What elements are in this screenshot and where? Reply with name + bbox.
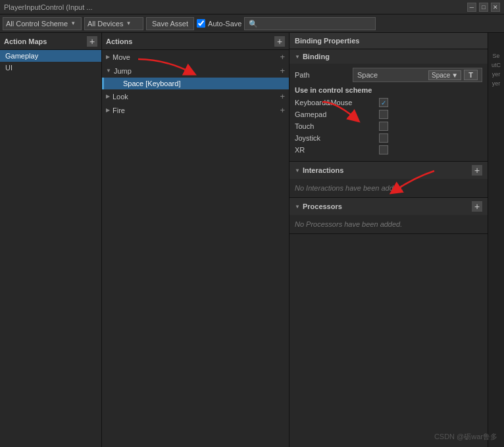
path-label: Path <box>295 71 347 79</box>
all-devices-arrow: ▼ <box>126 20 131 26</box>
toolbar: All Control Scheme ▼ All Devices ▼ Save … <box>0 14 504 33</box>
path-dropdown-label: Space <box>432 72 450 79</box>
watermark: CSDN @砺war鲁多 <box>434 432 497 442</box>
scheme-xr-row: XR <box>295 145 482 154</box>
action-maps-header: Action Maps + <box>0 33 101 50</box>
add-interaction-button[interactable]: + <box>472 165 482 176</box>
scheme-keyboard-mouse-checkbox[interactable] <box>379 98 388 107</box>
scheme-gamepad-checkbox[interactable] <box>379 110 388 119</box>
binding-space-label: Space [Keyboard] <box>118 80 180 87</box>
right-panel-label-1: Se <box>492 53 499 59</box>
action-jump-label: Jump <box>114 67 132 75</box>
action-map-ui[interactable]: UI <box>0 62 101 74</box>
action-look-label: Look <box>113 93 128 101</box>
interactions-section-arrow: ▼ <box>295 168 300 174</box>
scheme-xr-checkbox[interactable] <box>379 145 388 154</box>
processors-section: ▼ Processors + No Processors have been a… <box>290 198 488 234</box>
all-devices-dropdown[interactable]: All Devices ▼ <box>84 17 143 30</box>
action-maps-title: Action Maps <box>4 37 47 45</box>
path-dropdown-btn[interactable]: Space ▼ <box>428 70 461 80</box>
look-triangle: ▶ <box>106 93 110 99</box>
interactions-section-title: Interactions <box>303 166 343 174</box>
action-move-add[interactable]: + <box>280 52 285 62</box>
path-row: Path Space Space ▼ T <box>295 68 482 82</box>
binding-bar <box>102 78 104 89</box>
path-t-button[interactable]: T <box>464 70 478 80</box>
processors-section-arrow: ▼ <box>295 204 300 210</box>
move-triangle: ▶ <box>106 54 110 60</box>
maximize-btn[interactable]: □ <box>479 3 488 12</box>
add-action-button[interactable]: + <box>274 36 285 47</box>
action-map-gameplay[interactable]: Gameplay <box>0 50 101 62</box>
right-panel-label-4: yer <box>492 80 501 87</box>
binding-section-header[interactable]: ▼ Binding <box>290 49 488 64</box>
scheme-joystick-row: Joystick <box>295 133 482 143</box>
add-processor-button[interactable]: + <box>472 201 482 212</box>
action-move[interactable]: ▶ Move + <box>102 50 289 64</box>
fire-triangle: ▶ <box>106 107 110 113</box>
auto-save-checkbox[interactable] <box>197 19 205 28</box>
title-bar-controls: ─ □ ✕ <box>467 3 500 12</box>
title-bar: PlayerInputControl (Input ... ─ □ ✕ <box>0 0 504 14</box>
main-layout: Action Maps + Gameplay UI Actions + ▶ Mo… <box>0 33 504 447</box>
auto-save-label: Auto-Save <box>208 20 241 28</box>
binding-properties-header: Binding Properties <box>290 33 488 49</box>
control-scheme-dropdown[interactable]: All Control Scheme ▼ <box>3 17 82 30</box>
processors-section-title: Processors <box>303 202 342 210</box>
right-panel-label-2: utC <box>491 62 501 68</box>
binding-properties-panel: Binding Properties ▼ Binding Path Space … <box>290 33 488 447</box>
action-move-label: Move <box>113 53 130 61</box>
path-dropdown-arrow: ▼ <box>451 72 458 79</box>
add-action-map-button[interactable]: + <box>87 36 97 47</box>
action-fire-label: Fire <box>113 106 125 114</box>
control-scheme-arrow: ▼ <box>70 20 76 26</box>
scheme-joystick-checkbox[interactable] <box>379 133 388 143</box>
scheme-xr-name: XR <box>295 146 374 154</box>
processors-empty-message: No Processors have been added. <box>290 215 488 233</box>
path-value-container: Space Space ▼ T <box>353 68 482 82</box>
action-jump-add[interactable]: + <box>280 66 285 76</box>
actions-title: Actions <box>106 37 132 45</box>
action-maps-panel: Action Maps + Gameplay UI <box>0 33 102 447</box>
title-bar-text: PlayerInputControl (Input ... <box>4 3 467 11</box>
right-side-panel: Se utC yer yer <box>488 33 504 447</box>
action-fire-add[interactable]: + <box>280 105 285 115</box>
binding-section: ▼ Binding Path Space Space ▼ T <box>290 49 488 162</box>
search-input[interactable] <box>244 17 376 30</box>
scheme-joystick-name: Joystick <box>295 134 374 142</box>
action-look[interactable]: ▶ Look + <box>102 89 289 103</box>
scheme-keyboard-mouse-row: Keyboard&Mouse <box>295 98 482 107</box>
action-jump[interactable]: ▼ Jump + <box>102 64 289 78</box>
actions-panel: Actions + ▶ Move + ▼ Jump + Space [Keybo… <box>102 33 290 447</box>
interactions-section-header[interactable]: ▼ Interactions + <box>290 162 488 179</box>
actions-header: Actions + <box>102 33 289 50</box>
use-in-scheme-label: Use in control scheme <box>295 86 482 94</box>
auto-save-toggle[interactable]: Auto-Save <box>197 19 241 28</box>
scheme-touch-checkbox[interactable] <box>379 122 388 131</box>
jump-triangle: ▼ <box>106 68 111 74</box>
interactions-empty-message: No Interactions have been added. <box>290 179 488 197</box>
control-scheme-label: All Control Scheme <box>6 20 68 28</box>
binding-space-keyboard[interactable]: Space [Keyboard] <box>102 78 289 89</box>
scheme-touch-name: Touch <box>295 122 374 130</box>
scheme-gamepad-row: Gamepad <box>295 110 482 119</box>
action-look-add[interactable]: + <box>280 91 285 101</box>
processors-section-header[interactable]: ▼ Processors + <box>290 198 488 215</box>
close-btn[interactable]: ✕ <box>491 3 500 12</box>
scheme-keyboard-mouse-name: Keyboard&Mouse <box>295 99 374 106</box>
all-devices-label: All Devices <box>88 20 123 28</box>
minimize-btn[interactable]: ─ <box>467 3 476 12</box>
path-value-text: Space <box>357 71 426 79</box>
right-panel-label-3: yer <box>492 71 501 78</box>
scheme-gamepad-name: Gamepad <box>295 110 374 118</box>
scheme-touch-row: Touch <box>295 122 482 131</box>
action-fire[interactable]: ▶ Fire + <box>102 103 289 117</box>
binding-section-arrow: ▼ <box>295 54 300 60</box>
binding-section-content: Path Space Space ▼ T Use in control sche… <box>290 64 488 161</box>
binding-section-title: Binding <box>303 53 330 60</box>
interactions-section: ▼ Interactions + No Interactions have be… <box>290 162 488 198</box>
save-asset-button[interactable]: Save Asset <box>146 17 194 30</box>
